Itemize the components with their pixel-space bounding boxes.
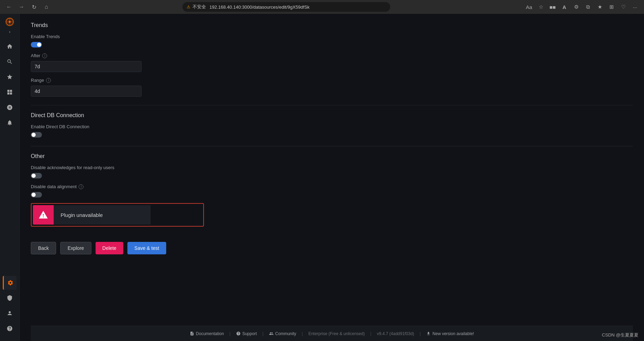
community-link[interactable]: Community (264, 331, 301, 336)
footer-sep-1: | (229, 331, 231, 336)
sidebar-item-dashboards[interactable] (3, 85, 17, 99)
direct-db-title: Direct DB Connection (31, 112, 633, 119)
content-spacer (31, 261, 633, 326)
support-icon (236, 331, 241, 336)
main-content: Trends Enable Trends After i Range i (20, 14, 644, 341)
enable-direct-db-label: Enable Direct DB Connection (31, 124, 633, 129)
sidebar-item-search[interactable] (3, 55, 17, 69)
footer-sep-3: | (301, 331, 304, 336)
address-bar[interactable]: ⚠ 不安全 192.168.40.140:3000/datasources/ed… (182, 2, 390, 12)
profile-icon[interactable]: ■■ (548, 2, 557, 12)
disable-ack-toggle[interactable] (31, 173, 42, 178)
community-icon (269, 331, 274, 336)
sidebar-item-starred[interactable] (3, 70, 17, 84)
svg-point-5 (9, 311, 11, 313)
app-wrapper: › (0, 14, 644, 341)
footer-sep-4: | (369, 331, 372, 336)
toggle-knob-2 (32, 133, 36, 137)
security-warning-text: 不安全 (193, 4, 206, 10)
footer: Documentation | Support | Community | En… (31, 326, 633, 341)
version-label: v9.4.7 (4add91f03d) (372, 331, 419, 336)
forward-button[interactable]: → (17, 2, 26, 12)
favorites-icon[interactable]: ♡ (618, 2, 628, 12)
disable-data-toggle[interactable] (31, 192, 42, 198)
sidebar-item-profile[interactable] (3, 306, 17, 320)
toggle-knob-4 (32, 193, 36, 197)
font-icon[interactable]: A (560, 2, 569, 12)
url-text: 192.168.40.140:3000/datasources/edit/9gX… (209, 5, 310, 10)
range-input[interactable] (31, 86, 142, 97)
disable-data-toggle-container (31, 192, 633, 198)
other-title: Other (31, 153, 633, 159)
sidebar: › (0, 14, 20, 341)
enable-direct-db-toggle-container (31, 132, 633, 138)
separator-2 (31, 146, 633, 146)
other-section: Other Disable acknowledges for read-only… (31, 153, 633, 203)
sidebar-nav (0, 40, 19, 130)
disable-data-label: Disable data alignment i (31, 184, 633, 189)
delete-button[interactable]: Delete (96, 242, 123, 254)
menu-icon[interactable]: ··· (630, 2, 640, 12)
enable-trends-toggle-container (31, 42, 633, 47)
alert-triangle-icon (38, 210, 48, 220)
plugin-unavailable-wrapper: Plugin unavailable (31, 203, 204, 227)
disable-ack-label: Disable acknowledges for read-only users (31, 165, 633, 170)
documentation-link[interactable]: Documentation (185, 331, 229, 336)
toggle-knob-3 (32, 174, 36, 178)
download-icon (426, 331, 431, 336)
sidebar-item-help[interactable] (3, 322, 17, 335)
trends-title: Trends (31, 22, 633, 28)
back-button[interactable]: Back (31, 242, 56, 254)
disable-data-info-icon[interactable]: i (79, 184, 83, 189)
support-link[interactable]: Support (231, 331, 262, 336)
browser-toolbar: Aa ☆ ■■ A ⚙ ⧉ ★ ⊞ ♡ ··· (524, 2, 640, 12)
sidebar-item-configuration[interactable] (3, 276, 17, 290)
enable-trends-toggle[interactable] (31, 42, 42, 47)
sidebar-item-alerting[interactable] (3, 116, 17, 130)
read-mode-icon[interactable]: Aa (524, 2, 534, 12)
browser-chrome: ← → ↻ ⌂ ⚠ 不安全 192.168.40.140:3000/dataso… (0, 0, 644, 14)
direct-db-section: Direct DB Connection Enable Direct DB Co… (31, 112, 633, 143)
toggle-knob (37, 43, 41, 47)
csdn-watermark: CSDN @生夏夏夏 (602, 332, 638, 338)
grafana-logo[interactable] (5, 17, 15, 27)
after-label: After i (31, 53, 633, 58)
collections-icon[interactable]: ★ (595, 2, 605, 12)
disable-ack-toggle-container (31, 173, 633, 178)
action-buttons: Back Explore Delete Save & test (31, 235, 633, 261)
enable-trends-label: Enable Trends (31, 34, 633, 39)
after-input[interactable] (31, 61, 142, 72)
extensions-icon[interactable]: ⚙ (571, 2, 581, 12)
explore-button[interactable]: Explore (60, 242, 91, 254)
after-info-icon[interactable]: i (42, 53, 47, 58)
sidebar-item-explore[interactable] (3, 100, 17, 114)
documentation-icon (190, 331, 194, 336)
home-button[interactable]: ⌂ (42, 2, 51, 12)
range-info-icon[interactable]: i (46, 78, 51, 83)
new-version-link[interactable]: New version available! (421, 331, 479, 336)
sidebar-item-shield[interactable] (3, 291, 17, 305)
bookmark-icon[interactable]: ☆ (536, 2, 546, 12)
sidebar-expand-button[interactable]: › (5, 27, 15, 37)
sidebar-item-home[interactable] (3, 40, 17, 53)
plugin-warning-icon-box (33, 205, 54, 225)
footer-sep-5: | (419, 331, 421, 336)
trends-section: Trends Enable Trends After i Range i (31, 22, 633, 102)
back-button[interactable]: ← (4, 2, 14, 12)
separator-1 (31, 105, 633, 105)
security-warning-icon: ⚠ (187, 5, 190, 9)
range-label: Range i (31, 78, 633, 83)
enterprise-label: Enterprise (Free & unlicensed) (304, 331, 370, 336)
plugin-unavailable-text: Plugin unavailable (54, 205, 151, 225)
plugin-unavailable-banner: Plugin unavailable (33, 205, 202, 225)
enable-direct-db-toggle[interactable] (31, 132, 42, 138)
footer-sep-2: | (262, 331, 264, 336)
sidebar-bottom (3, 276, 17, 338)
refresh-button[interactable]: ↻ (29, 2, 39, 12)
apps-icon[interactable]: ⊞ (607, 2, 616, 12)
save-test-button[interactable]: Save & test (127, 242, 166, 254)
split-view-icon[interactable]: ⧉ (583, 2, 593, 12)
